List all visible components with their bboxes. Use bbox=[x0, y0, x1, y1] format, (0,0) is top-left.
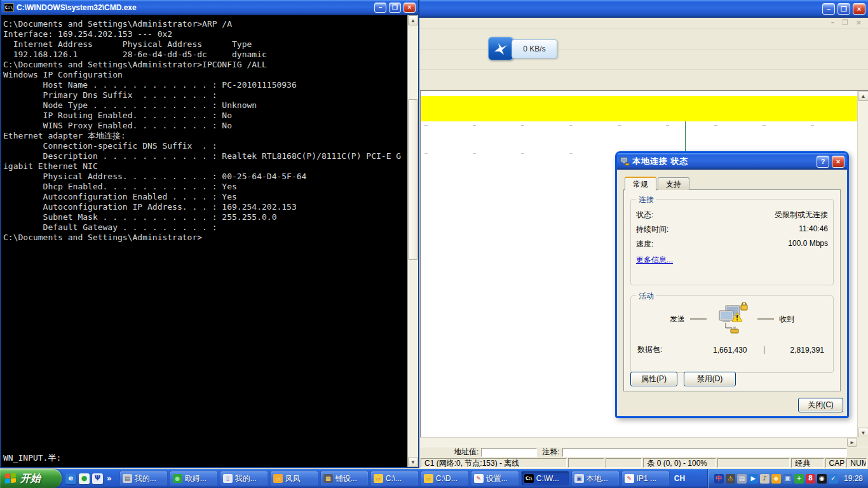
console-output[interactable]: C:\Documents and Settings\Administrator>… bbox=[1, 15, 407, 467]
console-scrollbar[interactable]: ▲ ▼ bbox=[407, 15, 418, 467]
taskbar-button-ip1[interactable]: ✎IP1 ... bbox=[621, 471, 670, 486]
more-info-link[interactable]: 更多信息... bbox=[631, 251, 678, 269]
download-speed-overlay[interactable]: 0 KB/s bbox=[488, 37, 557, 60]
qq-penguin-icon[interactable]: ◉ bbox=[817, 474, 827, 484]
scroll-right-icon[interactable]: ► bbox=[847, 438, 857, 447]
green-plus-icon[interactable]: + bbox=[794, 474, 804, 484]
task-button-icon: C:\ bbox=[524, 474, 534, 483]
address-value-input[interactable] bbox=[481, 448, 537, 457]
activity-group: 活动 发送 bbox=[630, 295, 834, 373]
cmd-minimize-button[interactable]: – bbox=[374, 3, 386, 13]
taskbar-button-oumu[interactable]: ●欧姆... bbox=[170, 471, 218, 486]
cmd-icon: C:\ bbox=[4, 3, 14, 12]
canvas-horizontal-scrollbar[interactable]: ► bbox=[420, 437, 857, 447]
cmd-close-button[interactable]: × bbox=[403, 3, 416, 13]
cmd-titlebar[interactable]: C:\ C:\WINDOWS\system32\CMD.exe – ❐ × bbox=[1, 0, 418, 15]
task-button-label: 设置... bbox=[486, 473, 508, 484]
connection-group: 连接 状态: 受限制或无连接 持续时间: 11:40:46 速度: 100.0 … bbox=[630, 199, 834, 285]
taskbar-button-c-folder[interactable]: ▱C:\... bbox=[370, 471, 419, 486]
taskbar-clock[interactable]: 19:28 bbox=[840, 474, 863, 483]
speed-value: 100.0 Mbps bbox=[788, 239, 828, 250]
display-icon[interactable]: ▣ bbox=[783, 474, 792, 484]
taskbar-button-pushe[interactable]: ▦铺设... bbox=[320, 471, 369, 486]
taskbar-button-wode-2[interactable]: ▯我的... bbox=[220, 471, 268, 486]
task-button-icon: ● bbox=[173, 474, 182, 483]
connection-group-label: 连接 bbox=[636, 194, 656, 205]
tab-page-general: 连接 状态: 受限制或无连接 持续时间: 11:40:46 速度: 100.0 … bbox=[623, 189, 841, 391]
status-caps-indicator: CAP bbox=[825, 458, 846, 468]
canvas-grid-guide bbox=[424, 125, 857, 126]
packets-label: 数据包: bbox=[637, 344, 687, 355]
quicklaunch-green-ball-icon[interactable]: ● bbox=[79, 473, 90, 484]
language-indicator[interactable]: CH bbox=[670, 474, 689, 483]
tab-support[interactable]: 支持 bbox=[658, 177, 689, 190]
console-line: Windows IP Configuration bbox=[3, 70, 407, 80]
task-button-label: 凤凤 bbox=[285, 473, 301, 484]
console-line: C:\Documents and Settings\Administrator>… bbox=[3, 19, 407, 29]
close-button[interactable]: 关闭(C) bbox=[798, 398, 843, 412]
disable-button[interactable]: 禁用(D) bbox=[684, 372, 736, 386]
speed-label: 速度: bbox=[636, 239, 653, 250]
thunder-bird-icon[interactable] bbox=[488, 37, 513, 60]
properties-button[interactable]: 属性(P) bbox=[630, 372, 677, 386]
canvas-vertical-scrollbar[interactable]: ▲ ▼ bbox=[857, 91, 868, 437]
security-shield-icon[interactable]: ◆ bbox=[771, 474, 781, 484]
quicklaunch-anchor-icon[interactable]: Ψ bbox=[92, 473, 103, 484]
app-restore-button[interactable]: ❐ bbox=[837, 3, 850, 15]
cmd-restore-button[interactable]: ❐ bbox=[389, 3, 401, 13]
scroll-up-icon[interactable]: ▲ bbox=[408, 15, 418, 25]
dialog-titlebar[interactable]: 本地连接 状态 ? × bbox=[617, 153, 847, 170]
console-line: C:\Documents and Settings\Administrator> bbox=[3, 233, 407, 243]
scrollbar-thumb[interactable] bbox=[408, 99, 418, 260]
duration-value: 11:40:46 bbox=[799, 224, 828, 235]
quick-launch: e●Ψ » bbox=[62, 473, 117, 484]
recv-dash bbox=[757, 318, 774, 320]
task-button-icon: ✎ bbox=[625, 474, 634, 483]
taskbar-button-cd-folder[interactable]: ▱C:\D... bbox=[421, 471, 469, 486]
download-speed-value: 0 KB/s bbox=[512, 39, 557, 58]
start-button[interactable]: 开始 bbox=[0, 469, 62, 488]
check-icon[interactable]: ✓ bbox=[829, 474, 838, 484]
bird-glyph bbox=[492, 41, 509, 57]
scroll-up-icon[interactable]: ▲ bbox=[858, 91, 868, 101]
quick-launch-expand-icon[interactable]: » bbox=[105, 474, 113, 483]
dialog-help-button[interactable]: ? bbox=[817, 156, 829, 168]
task-button-label: 欧姆... bbox=[185, 473, 207, 484]
task-button-icon: ▱ bbox=[424, 474, 433, 483]
red-badge-icon[interactable]: 8 bbox=[806, 474, 815, 484]
console-line: IP Routing Enabled. . . . . . . . : No bbox=[3, 111, 407, 121]
dialog-tabs: 常规 支持 bbox=[625, 176, 691, 190]
canvas-yellow-band bbox=[421, 96, 857, 121]
taskbar-button-shezhi[interactable]: ✎设置... bbox=[471, 471, 519, 486]
dialog-title: 本地连接 状态 bbox=[632, 156, 814, 167]
scroll-down-icon[interactable]: ▼ bbox=[858, 428, 868, 437]
task-button-label: 铺设... bbox=[336, 473, 357, 484]
status-empty-cell bbox=[717, 458, 790, 468]
taskbar-button-bendi[interactable]: ▣本地... bbox=[571, 471, 620, 486]
cmd-window: C:\ C:\WINDOWS\system32\CMD.exe – ❐ × C:… bbox=[0, 0, 419, 468]
app-minimize-button[interactable]: – bbox=[822, 3, 835, 15]
taskbar-button-cmd[interactable]: C:\C:\W... bbox=[521, 471, 569, 486]
console-line: Ethernet adapter 本地连接: bbox=[3, 131, 407, 141]
scroll-down-icon[interactable]: ▼ bbox=[408, 457, 418, 467]
mdi-window-controls[interactable]: – ❐ × bbox=[831, 18, 864, 27]
task-button-label: C:\W... bbox=[536, 474, 559, 483]
console-line: 192.168.126.1 28-6e-d4-dd-d5-dc dynamic bbox=[3, 50, 407, 60]
ime-cn-icon[interactable]: 中 bbox=[714, 474, 724, 484]
comment-input[interactable] bbox=[562, 448, 847, 457]
tab-general[interactable]: 常规 bbox=[625, 177, 656, 191]
app-close-button[interactable]: × bbox=[853, 3, 865, 15]
thunder-bird-icon[interactable]: ▶ bbox=[749, 474, 758, 484]
dialog-close-icon-button[interactable]: × bbox=[832, 156, 844, 168]
alert-icon[interactable]: ⚠ bbox=[726, 474, 735, 484]
quicklaunch-browser-icon[interactable]: e bbox=[65, 473, 76, 484]
volume-icon[interactable]: ♪ bbox=[760, 474, 770, 484]
taskbar-button-fengfeng[interactable]: ▱凤凤 bbox=[270, 471, 318, 486]
taskbar-button-wode-1[interactable]: ▤我的... bbox=[119, 471, 168, 486]
packets-received-value: 2,819,391 bbox=[764, 346, 827, 355]
console-line: Internet Address Physical Address Type bbox=[3, 39, 407, 50]
soft-keyboard-icon[interactable]: ▤ bbox=[737, 474, 747, 484]
status-empty-cell bbox=[568, 458, 604, 468]
console-line: Autoconfiguration Enabled . . . . : Yes bbox=[3, 192, 407, 202]
task-button-label: 本地... bbox=[587, 473, 608, 484]
